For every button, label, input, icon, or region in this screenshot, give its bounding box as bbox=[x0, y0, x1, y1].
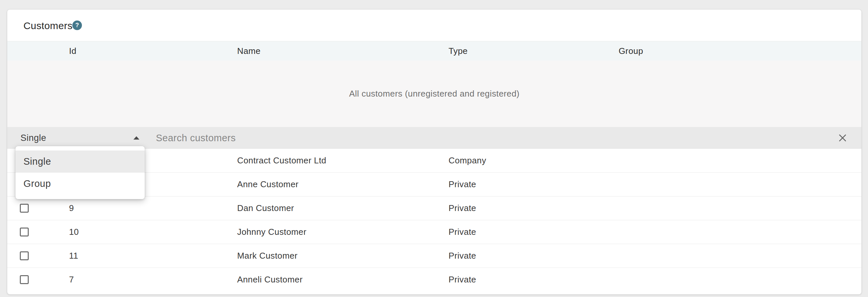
type-filter-select[interactable]: Single bbox=[7, 127, 146, 149]
cell-type: Private bbox=[448, 196, 476, 220]
cell-name: Mark Customer bbox=[237, 244, 298, 268]
table-row[interactable]: 7 Anneli Customer Private bbox=[7, 268, 861, 292]
cell-type: Private bbox=[448, 173, 476, 196]
cell-id: 11 bbox=[69, 244, 78, 268]
cell-name: Dan Customer bbox=[237, 196, 294, 220]
column-header-id: Id bbox=[69, 41, 76, 61]
customers-card: Customers ? Id Name Type Group All custo… bbox=[7, 9, 861, 294]
cell-id: 7 bbox=[69, 268, 74, 291]
help-icon[interactable]: ? bbox=[72, 21, 82, 30]
page-title: Customers bbox=[24, 20, 73, 32]
cell-type: Private bbox=[448, 220, 476, 244]
column-header-group: Group bbox=[619, 41, 643, 61]
column-header-type: Type bbox=[448, 41, 468, 61]
table-row[interactable]: 9 Dan Customer Private bbox=[7, 196, 861, 220]
table-row[interactable]: 10 Johnny Customer Private bbox=[7, 220, 861, 244]
cell-name: Anne Customer bbox=[237, 173, 299, 196]
cell-name: Anneli Customer bbox=[237, 268, 303, 291]
cell-id: 10 bbox=[69, 220, 79, 244]
row-checkbox[interactable] bbox=[20, 227, 29, 237]
type-dropdown-menu: Single Group bbox=[16, 146, 145, 199]
cell-type: Private bbox=[448, 268, 476, 291]
empty-state: All customers (unregistered and register… bbox=[7, 60, 861, 127]
cell-type: Company bbox=[448, 149, 486, 172]
search-input[interactable] bbox=[156, 127, 810, 149]
empty-state-text: All customers (unregistered and register… bbox=[349, 89, 520, 99]
x-icon bbox=[838, 134, 847, 142]
table-header-row: Id Name Type Group bbox=[7, 41, 861, 60]
screen: Customers ? Id Name Type Group All custo… bbox=[0, 0, 868, 297]
dropdown-option-single[interactable]: Single bbox=[16, 151, 145, 173]
filter-bar: Single bbox=[7, 127, 861, 149]
table-row[interactable]: 11 Mark Customer Private bbox=[7, 244, 861, 268]
type-filter-value: Single bbox=[21, 127, 46, 149]
question-mark-glyph: ? bbox=[75, 22, 79, 29]
row-checkbox[interactable] bbox=[20, 275, 29, 284]
dropdown-option-group[interactable]: Group bbox=[16, 173, 145, 195]
row-checkbox[interactable] bbox=[20, 251, 29, 260]
cell-name: Johnny Customer bbox=[237, 220, 307, 244]
clear-search-button[interactable] bbox=[835, 130, 850, 145]
caret-up-icon bbox=[133, 136, 140, 140]
row-checkbox[interactable] bbox=[20, 204, 29, 213]
column-header-name: Name bbox=[237, 41, 260, 61]
cell-type: Private bbox=[448, 244, 476, 268]
cell-id: 9 bbox=[69, 196, 74, 220]
cell-name: Contract Customer Ltd bbox=[237, 149, 326, 172]
